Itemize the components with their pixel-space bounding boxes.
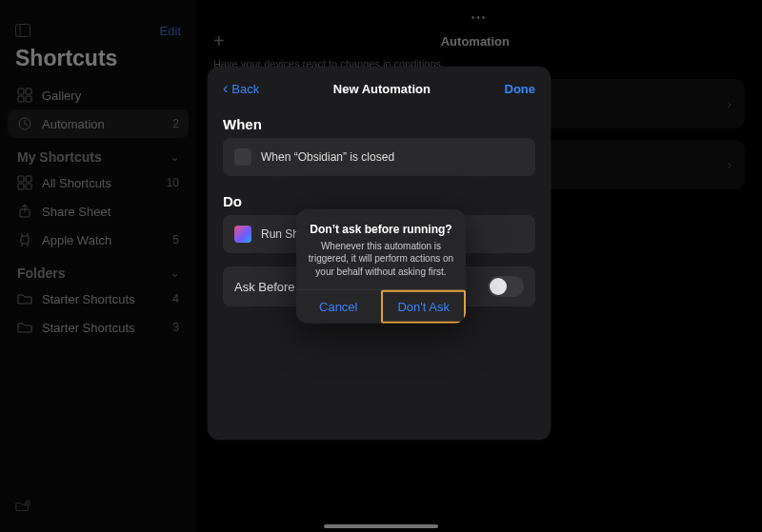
- confirmation-alert: Don’t ask before running? Whenever this …: [296, 208, 466, 324]
- dont-ask-button[interactable]: Don't Ask: [381, 290, 467, 324]
- ask-toggle[interactable]: [488, 276, 524, 297]
- done-button[interactable]: Done: [505, 82, 536, 96]
- cancel-button[interactable]: Cancel: [296, 290, 381, 324]
- when-section-label: When: [208, 107, 551, 138]
- alert-message: Whenever this automation is triggered, i…: [308, 239, 454, 278]
- shortcuts-icon: [234, 226, 251, 243]
- back-label: Back: [231, 82, 259, 96]
- when-text: When “Obsidian” is closed: [261, 150, 394, 164]
- chevron-left-icon: ‹: [223, 80, 228, 97]
- when-condition-row[interactable]: When “Obsidian” is closed: [223, 138, 535, 176]
- app-icon: [234, 148, 251, 166]
- back-button[interactable]: ‹Back: [223, 80, 259, 97]
- panel-title: New Automation: [259, 82, 504, 96]
- alert-title: Don’t ask before running?: [308, 222, 454, 235]
- toggle-knob: [490, 278, 507, 295]
